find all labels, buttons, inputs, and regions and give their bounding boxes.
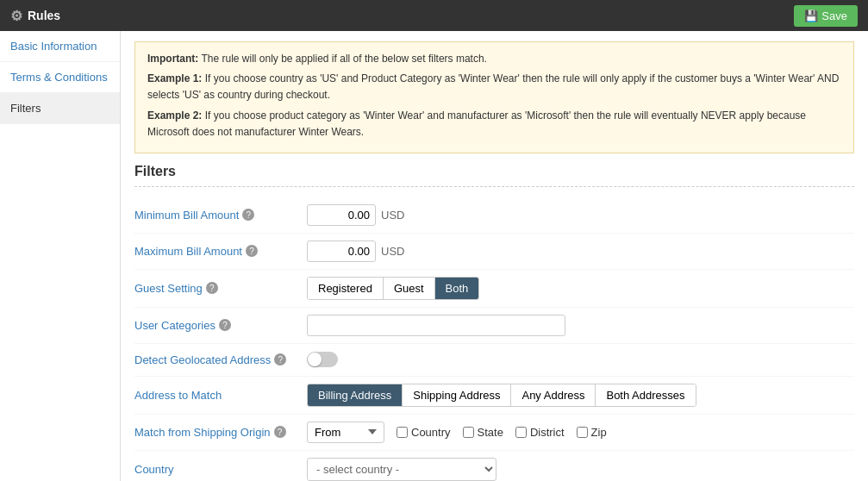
min-bill-currency: USD [381,209,404,222]
country-checkbox[interactable] [397,427,408,438]
country-row: Country - select country - [134,451,854,481]
guest-setting-row: Guest Setting ? Registered Guest Both [134,270,854,308]
max-bill-input[interactable] [307,240,376,262]
min-bill-row: Minimum Bill Amount ? USD [134,197,854,234]
country-label: Country [134,463,307,476]
filters-title: Filters [134,164,854,187]
guest-setting-guest-btn[interactable]: Guest [384,278,435,299]
match-from-shipping-row: Match from Shipping Origin ? From Countr… [134,415,854,451]
guest-setting-help-icon[interactable]: ? [206,282,218,294]
guest-setting-both-btn[interactable]: Both [435,278,479,299]
address-to-match-controls: Billing Address Shipping Address Any Add… [307,384,854,407]
sidebar-item-basic-information[interactable]: Basic Information [0,31,120,62]
zip-checkbox-item[interactable]: Zip [577,426,607,439]
guest-setting-controls: Registered Guest Both [307,277,854,300]
guest-setting-btn-group: Registered Guest Both [307,277,479,300]
user-categories-label: User Categories ? [134,319,307,332]
example2-line: Example 2: If you choose product categor… [147,108,841,141]
max-bill-help-icon[interactable]: ? [246,245,258,257]
app-title: Rules [28,9,60,22]
save-button[interactable]: 💾 Save [794,5,858,27]
min-bill-help-icon[interactable]: ? [242,209,254,221]
detect-geolocated-label: Detect Geolocated Address ? [134,353,307,366]
toggle-knob [308,353,322,366]
detect-geolocated-row: Detect Geolocated Address ? [134,344,854,377]
save-icon: 💾 [804,9,818,22]
important-line: Important: The rule will only be applied… [147,51,841,67]
shipping-address-btn[interactable]: Shipping Address [403,384,511,406]
from-select[interactable]: From [307,422,384,443]
match-from-shipping-help-icon[interactable]: ? [274,426,286,438]
user-categories-row: User Categories ? [134,308,854,344]
max-bill-label: Maximum Bill Amount ? [134,245,307,258]
address-to-match-row: Address to Match Billing Address Shippin… [134,377,854,415]
filters-section: Filters Minimum Bill Amount ? USD Maximu… [121,164,868,481]
district-checkbox[interactable] [515,427,527,438]
app-title-area: ⚙ Rules [10,8,60,24]
info-box: Important: The rule will only be applied… [134,41,854,153]
rules-icon: ⚙ [10,8,22,24]
min-bill-input[interactable] [307,204,376,226]
user-categories-controls [307,315,854,336]
zip-checkbox[interactable] [577,427,588,438]
state-checkbox[interactable] [463,427,474,438]
country-checkbox-item[interactable]: Country [397,426,451,439]
detect-geolocated-controls [307,352,854,367]
country-controls: - select country - [307,458,854,481]
address-btn-group: Billing Address Shipping Address Any Add… [307,384,696,407]
sidebar-item-filters[interactable]: Filters [0,93,120,124]
guest-setting-registered-btn[interactable]: Registered [308,278,384,299]
max-bill-currency: USD [381,245,404,258]
district-checkbox-item[interactable]: District [515,426,565,439]
shipping-checkboxes: Country State District Zip [397,426,607,439]
sidebar-item-terms-conditions[interactable]: Terms & Conditions [0,62,120,93]
app-header: ⚙ Rules 💾 Save [0,0,868,31]
any-address-btn[interactable]: Any Address [511,384,596,406]
max-bill-row: Maximum Bill Amount ? USD [134,234,854,270]
match-from-shipping-controls: From Country State Distric [307,422,854,443]
state-checkbox-item[interactable]: State [463,426,503,439]
both-addresses-btn[interactable]: Both Addresses [596,384,695,406]
max-bill-controls: USD [307,240,854,262]
country-select[interactable]: - select country - [307,458,496,481]
detect-geolocated-toggle[interactable] [307,352,338,367]
min-bill-controls: USD [307,204,854,226]
billing-address-btn[interactable]: Billing Address [308,384,403,406]
main-content: Important: The rule will only be applied… [121,31,868,481]
user-categories-help-icon[interactable]: ? [219,319,231,331]
guest-setting-label: Guest Setting ? [134,282,307,295]
user-categories-input[interactable] [307,315,565,336]
example1-line: Example 1: If you choose country as 'US'… [147,71,841,103]
min-bill-label: Minimum Bill Amount ? [134,209,307,222]
sidebar: Basic Information Terms & Conditions Fil… [0,31,121,481]
match-from-shipping-label: Match from Shipping Origin ? [134,426,307,439]
main-layout: Basic Information Terms & Conditions Fil… [0,31,868,481]
detect-geolocated-help-icon[interactable]: ? [274,353,286,365]
address-to-match-label: Address to Match [134,389,307,402]
